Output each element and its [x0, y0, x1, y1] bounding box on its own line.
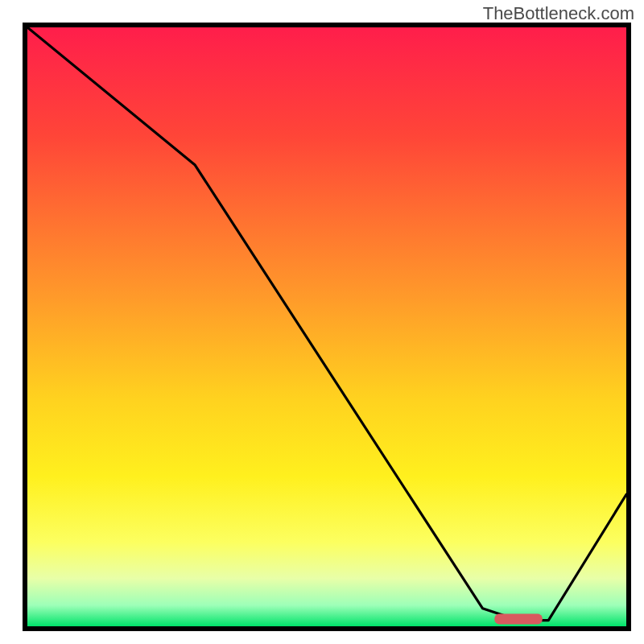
chart-frame: TheBottleneck.com	[0, 0, 644, 644]
watermark-text: TheBottleneck.com	[483, 3, 634, 24]
chart-svg	[27, 27, 626, 626]
plot-area	[23, 23, 631, 631]
gradient-rect	[27, 27, 626, 626]
optimal-marker	[494, 614, 543, 625]
